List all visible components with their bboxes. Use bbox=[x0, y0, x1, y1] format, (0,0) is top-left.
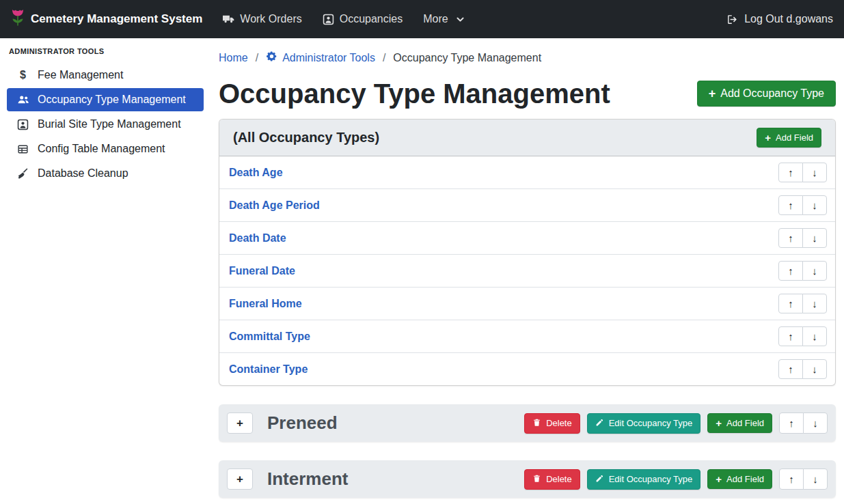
reorder-buttons: ↑↓ bbox=[778, 326, 827, 346]
sidebar-item-database-cleanup[interactable]: Database Cleanup bbox=[7, 162, 204, 185]
nav-item-label: Occupancies bbox=[340, 13, 403, 25]
field-row: Container Type↑↓ bbox=[219, 352, 835, 385]
move-up-button[interactable]: ↑ bbox=[779, 412, 804, 434]
add-field-label: Add Field bbox=[726, 418, 764, 428]
move-down-button[interactable]: ↓ bbox=[802, 195, 827, 215]
tulip-logo-icon bbox=[11, 9, 25, 30]
move-down-button[interactable]: ↓ bbox=[802, 326, 827, 346]
edit-label: Edit Occupancy Type bbox=[609, 474, 693, 484]
logout-icon bbox=[726, 14, 738, 25]
sidebar-item-fee-management[interactable]: $Fee Management bbox=[7, 64, 204, 87]
edit-occupancy-type-button[interactable]: Edit Occupancy Type bbox=[587, 413, 701, 434]
field-link-death-age-period[interactable]: Death Age Period bbox=[229, 199, 320, 212]
plus-icon: + bbox=[716, 418, 722, 428]
field-link-funeral-date[interactable]: Funeral Date bbox=[229, 265, 295, 277]
breadcrumb-separator: / bbox=[383, 52, 385, 64]
field-link-committal-type[interactable]: Committal Type bbox=[229, 331, 310, 343]
logout-label: Log Out d.gowans bbox=[744, 13, 833, 25]
trash-icon bbox=[532, 474, 541, 485]
add-field-button[interactable]: +Add Field bbox=[707, 469, 772, 489]
expand-button[interactable]: + bbox=[227, 468, 253, 490]
sidebar-item-label: Fee Management bbox=[38, 69, 123, 81]
move-down-button[interactable]: ↓ bbox=[802, 163, 827, 182]
move-up-button[interactable]: ↑ bbox=[778, 163, 803, 182]
section-title: Interment bbox=[267, 468, 348, 490]
delete-button[interactable]: Delete bbox=[524, 413, 580, 434]
breadcrumb-admin-tools-link[interactable]: Administrator Tools bbox=[266, 51, 375, 65]
sidebar-item-label: Burial Site Type Management bbox=[38, 118, 181, 130]
move-down-button[interactable]: ↓ bbox=[803, 412, 828, 434]
sidebar-item-label: Occupancy Type Management bbox=[38, 94, 186, 106]
move-up-button[interactable]: ↑ bbox=[779, 468, 804, 490]
sidebar-item-label: Database Cleanup bbox=[38, 167, 128, 180]
sidebar-nav: $Fee ManagementOccupancy Type Management… bbox=[0, 64, 210, 185]
logout-link[interactable]: Log Out d.gowans bbox=[726, 13, 833, 25]
field-link-death-date[interactable]: Death Date bbox=[229, 232, 286, 244]
reorder-buttons: ↑↓ bbox=[779, 412, 828, 434]
brand-link[interactable]: Cemetery Management System bbox=[11, 9, 202, 30]
pencil-icon bbox=[595, 418, 604, 429]
breadcrumb-admin-tools-label: Administrator Tools bbox=[282, 52, 375, 64]
section-title: Preneed bbox=[267, 412, 338, 434]
field-row: Death Age Period↑↓ bbox=[219, 188, 835, 221]
main-nav: Work OrdersOccupanciesMore bbox=[202, 13, 464, 25]
dollar-icon: $ bbox=[16, 69, 30, 81]
breadcrumb-home-label: Home bbox=[219, 52, 248, 64]
person-frame-icon bbox=[16, 119, 30, 130]
section-actions: DeleteEdit Occupancy Type+Add Field↑↓ bbox=[524, 412, 828, 434]
field-link-container-type[interactable]: Container Type bbox=[229, 363, 308, 376]
move-down-button[interactable]: ↓ bbox=[802, 261, 827, 281]
field-link-death-age[interactable]: Death Age bbox=[229, 167, 283, 179]
truck-icon bbox=[223, 14, 234, 25]
reorder-buttons: ↑↓ bbox=[778, 228, 827, 248]
nav-item-more[interactable]: More bbox=[423, 13, 464, 25]
add-field-label: Add Field bbox=[776, 132, 813, 143]
occupancy-type-sections: +PreneedDeleteEdit Occupancy Type+Add Fi… bbox=[219, 404, 836, 498]
chevron-down-icon bbox=[456, 15, 465, 24]
sidebar-item-occupancy-type-management[interactable]: Occupancy Type Management bbox=[7, 88, 204, 111]
move-up-button[interactable]: ↑ bbox=[778, 195, 803, 215]
add-field-button[interactable]: +Add Field bbox=[707, 413, 772, 433]
expand-button[interactable]: + bbox=[227, 412, 253, 434]
all-occupancy-types-card: (All Occupancy Types) + Add Field Death … bbox=[219, 119, 836, 386]
edit-label: Edit Occupancy Type bbox=[609, 418, 693, 428]
field-link-funeral-home[interactable]: Funeral Home bbox=[229, 298, 302, 310]
move-up-button[interactable]: ↑ bbox=[778, 228, 803, 248]
sidebar-item-burial-site-type-management[interactable]: Burial Site Type Management bbox=[7, 113, 204, 136]
reorder-buttons: ↑↓ bbox=[778, 163, 827, 182]
card-header: (All Occupancy Types) + Add Field bbox=[219, 120, 835, 156]
nav-item-work-orders[interactable]: Work Orders bbox=[223, 13, 301, 25]
field-row: Death Age↑↓ bbox=[219, 156, 835, 188]
card-title: (All Occupancy Types) bbox=[233, 130, 379, 145]
delete-label: Delete bbox=[546, 418, 572, 428]
delete-button[interactable]: Delete bbox=[524, 469, 580, 490]
sidebar-item-label: Config Table Management bbox=[38, 143, 165, 155]
sidebar-item-config-table-management[interactable]: Config Table Management bbox=[7, 137, 204, 160]
move-down-button[interactable]: ↓ bbox=[802, 359, 827, 379]
move-down-button[interactable]: ↓ bbox=[802, 294, 827, 313]
occupancy-frame-icon bbox=[323, 14, 334, 25]
nav-item-occupancies[interactable]: Occupancies bbox=[323, 13, 403, 25]
delete-label: Delete bbox=[546, 474, 572, 484]
field-row: Funeral Home↑↓ bbox=[219, 287, 835, 320]
field-row: Funeral Date↑↓ bbox=[219, 254, 835, 287]
move-up-button[interactable]: ↑ bbox=[778, 294, 803, 313]
users-icon bbox=[16, 94, 30, 106]
move-up-button[interactable]: ↑ bbox=[778, 359, 803, 379]
move-down-button[interactable]: ↓ bbox=[802, 228, 827, 248]
add-field-button[interactable]: + Add Field bbox=[757, 128, 821, 148]
move-down-button[interactable]: ↓ bbox=[803, 468, 828, 490]
plus-icon: + bbox=[709, 87, 716, 100]
plus-icon: + bbox=[765, 132, 771, 143]
move-up-button[interactable]: ↑ bbox=[778, 326, 803, 346]
table-icon bbox=[16, 143, 30, 155]
top-navbar: Cemetery Management System Work OrdersOc… bbox=[0, 0, 844, 38]
plus-icon: + bbox=[716, 474, 722, 484]
edit-occupancy-type-button[interactable]: Edit Occupancy Type bbox=[587, 469, 701, 490]
reorder-buttons: ↑↓ bbox=[779, 468, 828, 490]
breadcrumb-home-link[interactable]: Home bbox=[219, 52, 248, 64]
add-occupancy-type-button[interactable]: + Add Occupancy Type bbox=[697, 81, 836, 107]
reorder-buttons: ↑↓ bbox=[778, 261, 827, 281]
reorder-buttons: ↑↓ bbox=[778, 359, 827, 379]
move-up-button[interactable]: ↑ bbox=[778, 261, 803, 281]
